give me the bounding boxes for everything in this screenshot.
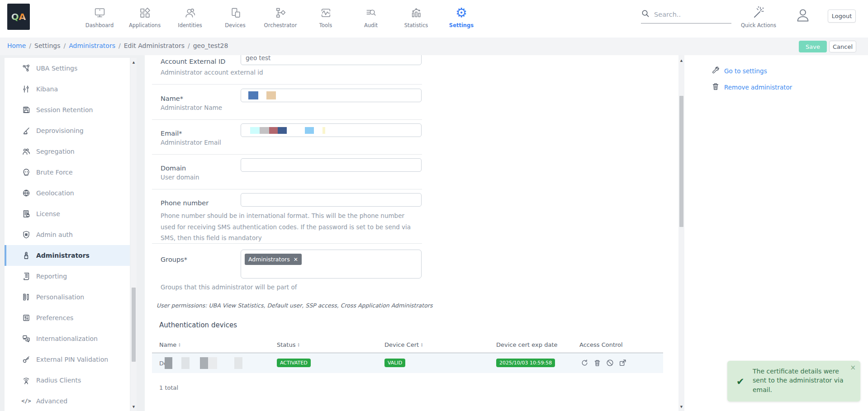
sidebar-item-external-pin-validation[interactable]: External PIN Validation (5, 349, 130, 370)
nav-item-dashboard[interactable]: Dashboard (77, 4, 122, 33)
sidebar-item-administrators[interactable]: Administrators (5, 245, 130, 266)
column-header-status[interactable]: Status ▴▾ (277, 341, 299, 348)
user-profile-icon[interactable] (795, 7, 811, 25)
scroll-down-arrow[interactable]: ▼ (678, 405, 684, 409)
field-helper: Groups that this administrator will be p… (161, 283, 297, 291)
toast-close-icon[interactable]: × (850, 364, 856, 372)
redacted-value-block (323, 127, 325, 134)
sort-icon[interactable]: ▴▾ (179, 343, 180, 347)
sidebar-scrollbar[interactable]: ▲ ▼ (131, 58, 137, 411)
nav-item-audit[interactable]: Audit (348, 4, 394, 33)
settings-sidebar: UBA Settings Kibana Session Retention De… (5, 58, 130, 411)
sidebar-item-internationalization[interactable]: Internationalization (5, 328, 130, 349)
sidebar-item-advanced[interactable]: </> Advanced (5, 391, 130, 411)
scroll-up-arrow[interactable]: ▲ (131, 61, 137, 64)
sidebar-item-geolocation[interactable]: Geolocation (5, 183, 130, 203)
field-helper: Administrator account external id (161, 69, 263, 76)
app-logo[interactable]: QA (7, 4, 30, 30)
globe-icon (22, 189, 31, 198)
sidebar-item-session-retention[interactable]: Session Retention (5, 99, 130, 120)
content-scroll-thumb[interactable] (679, 96, 683, 227)
chip-remove-icon[interactable]: ✕ (294, 256, 298, 263)
phone-input[interactable] (241, 193, 422, 207)
nav-label: Applications (129, 22, 161, 28)
key-icon (22, 355, 31, 364)
save-button[interactable]: Save (799, 41, 827, 52)
sidebar-item-brute-force[interactable]: Brute Force (5, 162, 130, 183)
name-input[interactable] (241, 89, 422, 102)
applications-grid-icon (139, 4, 151, 21)
scroll-up-arrow[interactable]: ▲ (678, 59, 684, 62)
tools-pulse-icon (320, 4, 332, 21)
nav-item-tools[interactable]: Tools (303, 4, 348, 33)
redacted-value-block (269, 127, 278, 134)
nav-item-settings[interactable]: ⚙ Settings (439, 4, 484, 33)
nav-item-devices[interactable]: Devices (213, 4, 258, 33)
redacted-value-block (266, 91, 276, 99)
search-input[interactable] (654, 11, 726, 18)
sidebar-item-deprovisioning[interactable]: Deprovisioning (5, 120, 130, 141)
breadcrumb-home[interactable]: Home (7, 42, 26, 49)
sort-icon[interactable]: ▴▾ (298, 343, 299, 347)
nav-label: Audit (364, 22, 378, 28)
sidebar-item-uba-settings[interactable]: UBA Settings (5, 58, 130, 79)
device-table-row[interactable]: De ACTIVATED VALID 2025/10/03 10:59:58 (152, 353, 663, 373)
quick-actions-label: Quick Actions (741, 22, 776, 28)
nav-item-statistics[interactable]: Statistics (394, 4, 439, 33)
field-helper: Phone number should be in international … (161, 210, 416, 244)
redacted-value-block (248, 91, 258, 99)
field-label-email: Email* (161, 130, 182, 137)
redacted-value-block (260, 127, 269, 134)
field-label-name: Name* (161, 95, 183, 102)
domain-input[interactable] (241, 158, 422, 172)
kibana-icon (22, 85, 31, 94)
nav-label: Dashboard (85, 22, 114, 28)
breadcrumb-administrators[interactable]: Administrators (69, 42, 115, 49)
sidebar-item-reporting[interactable]: Reporting (5, 266, 130, 287)
authentication-devices-heading: Authentication devices (159, 321, 237, 329)
go-to-settings-link[interactable]: Go to settings (711, 66, 767, 76)
redacted-value-block (234, 357, 242, 369)
content-scrollbar[interactable]: ▲ ▼ (678, 55, 684, 411)
sidebar-item-segregation[interactable]: Segregation (5, 141, 130, 162)
sidebar-item-license[interactable]: License (5, 203, 130, 224)
device-cert-badge: VALID (384, 359, 405, 367)
success-toast: ✔ The certificate details were sent to t… (727, 361, 860, 402)
logout-button[interactable]: Logout (828, 9, 856, 23)
account-external-id-input[interactable] (241, 55, 422, 65)
check-icon: ✔ (736, 376, 745, 387)
breadcrumb: Home/Settings/Administrators/Edit Admini… (7, 42, 228, 49)
refresh-icon[interactable] (581, 359, 588, 368)
sidebar-item-preferences[interactable]: Preferences (5, 307, 130, 328)
nav-item-orchestrator[interactable]: Orchestrator (258, 4, 303, 33)
field-helper: Administrator Name (161, 104, 222, 111)
skull-icon (22, 168, 31, 177)
sidebar-item-radius-clients[interactable]: Radius Clients (5, 370, 130, 391)
scroll-down-arrow[interactable]: ▼ (131, 405, 137, 409)
column-header-name[interactable]: Name ▴▾ (159, 341, 180, 348)
main-nav: Dashboard Applications Identities Device… (77, 4, 484, 33)
export-icon[interactable] (619, 359, 626, 368)
quick-actions[interactable]: Quick Actions (736, 4, 781, 33)
nav-item-applications[interactable]: Applications (122, 4, 167, 33)
breadcrumb-settings: Settings (34, 42, 60, 49)
column-header-device-cert[interactable]: Device Cert ▴▾ (384, 341, 422, 348)
remove-administrator-link[interactable]: Remove administrator (711, 82, 792, 92)
trash-icon[interactable] (593, 359, 601, 368)
cancel-button[interactable]: Cancel (829, 41, 856, 52)
statistics-bars-icon (410, 4, 422, 21)
nav-label: Identities (178, 22, 202, 28)
block-icon[interactable] (606, 359, 614, 368)
email-input[interactable] (241, 123, 422, 137)
sidebar-scroll-thumb[interactable] (132, 288, 136, 362)
nav-item-identities[interactable]: Identities (167, 4, 213, 33)
field-helper: Administrator Email (161, 139, 221, 146)
two-people-icon (22, 147, 31, 156)
groups-input[interactable]: Administrators ✕ (241, 250, 422, 279)
sidebar-item-personalisation[interactable]: Personalisation (5, 287, 130, 307)
sidebar-item-admin-auth[interactable]: Admin auth (5, 224, 130, 245)
sort-icon[interactable]: ▴▾ (421, 343, 422, 347)
sidebar-item-kibana[interactable]: Kibana (5, 79, 130, 99)
table-total-count: 1 total (159, 384, 178, 391)
field-label-groups: Groups* (161, 256, 187, 263)
